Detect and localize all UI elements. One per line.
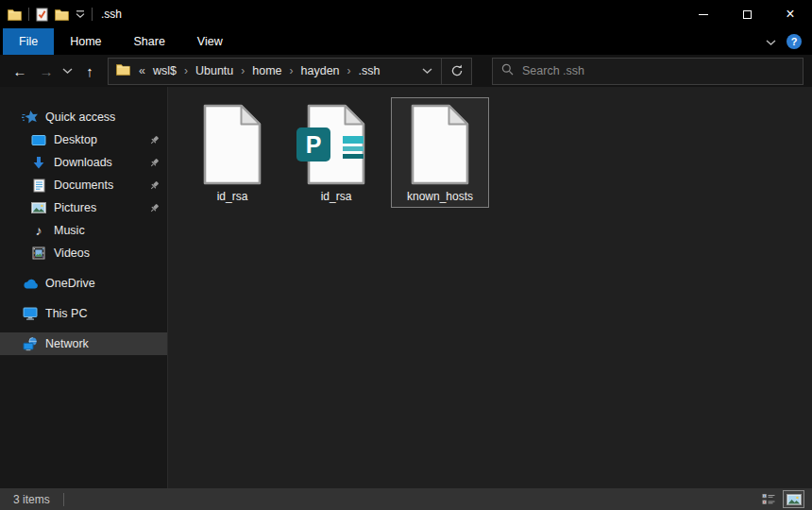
downloads-icon xyxy=(30,155,47,170)
tab-view[interactable]: View xyxy=(181,28,239,55)
sidebar-item-documents[interactable]: Documents xyxy=(0,174,167,196)
breadcrumb-overflow[interactable]: « xyxy=(139,64,145,77)
breadcrumb-segment-ssh[interactable]: .ssh xyxy=(359,64,381,77)
ribbon-tabs: FileHomeShareView xyxy=(0,28,239,55)
items-count: 3 items xyxy=(13,493,50,506)
document-icon xyxy=(411,104,469,185)
breadcrumb-segment-hayden[interactable]: hayden xyxy=(301,64,340,77)
breadcrumb-chevron-icon: › xyxy=(184,64,188,77)
network-icon xyxy=(22,336,39,351)
breadcrumb: wsl$ › Ubuntu › home › hayden › .ssh xyxy=(153,64,381,77)
tab-share[interactable]: Share xyxy=(118,28,181,55)
file-explorer-window: .ssh × FileHomeShareView ? ← → ↑ « wsl$ … xyxy=(0,0,812,510)
address-folder-icon xyxy=(116,63,130,78)
file-tile-id-rsa[interactable]: id_rsa xyxy=(183,97,281,208)
quick-access-toolbar: .ssh xyxy=(0,0,122,28)
breadcrumb-chevron-icon: › xyxy=(241,64,245,77)
minimize-icon xyxy=(699,14,708,15)
search-box[interactable] xyxy=(492,58,804,85)
desktop-icon xyxy=(30,132,47,147)
titlebar-separator xyxy=(92,8,93,21)
sidebar-item-desktop[interactable]: Desktop xyxy=(0,128,167,151)
pin-icon xyxy=(149,158,160,171)
up-button[interactable]: ↑ xyxy=(76,63,104,79)
sidebar-item-quick-access[interactable]: Quick access xyxy=(0,106,167,128)
new-folder-icon[interactable] xyxy=(55,8,69,21)
sidebar-item-network[interactable]: Network xyxy=(0,332,167,355)
forward-button[interactable]: → xyxy=(34,63,59,79)
titlebar-separator xyxy=(28,8,29,21)
music-icon: ♪ xyxy=(30,223,47,238)
address-bar[interactable]: « wsl$ › Ubuntu › home › hayden › .ssh xyxy=(108,58,472,85)
file-tile-id-rsa[interactable]: P id_rsa xyxy=(287,97,385,208)
tab-file[interactable]: File xyxy=(3,28,54,55)
breadcrumb-chevron-icon: › xyxy=(347,64,351,77)
sidebar-item-videos[interactable]: Videos xyxy=(0,242,167,264)
search-icon xyxy=(501,62,514,79)
status-bar: 3 items xyxy=(0,488,812,510)
ribbon-right-controls: ? xyxy=(766,28,812,55)
file-name: id_rsa xyxy=(217,190,248,203)
publisher-lines xyxy=(343,136,364,159)
tab-home[interactable]: Home xyxy=(54,28,117,55)
view-switcher xyxy=(758,490,804,508)
maximize-icon xyxy=(743,10,752,19)
breadcrumb-segment-ubuntu[interactable]: Ubuntu xyxy=(195,64,233,77)
titlebar: .ssh × xyxy=(0,0,812,28)
this-pc-icon xyxy=(22,306,39,321)
status-divider xyxy=(63,493,64,506)
app-folder-icon xyxy=(8,8,22,21)
sidebar-item-this-pc[interactable]: This PC xyxy=(0,302,167,325)
documents-icon xyxy=(30,178,47,193)
search-input[interactable] xyxy=(522,64,794,77)
large-icons-view-button[interactable] xyxy=(783,490,804,508)
sidebar-item-pictures[interactable]: Pictures xyxy=(0,196,167,219)
sidebar-item-downloads[interactable]: Downloads xyxy=(0,151,167,174)
onedrive-icon xyxy=(22,276,39,291)
properties-icon[interactable] xyxy=(36,8,48,22)
recent-locations-chevron-icon[interactable] xyxy=(59,68,76,75)
publisher-file-icon: P xyxy=(307,104,365,185)
quick-access-icon xyxy=(22,110,39,125)
videos-icon xyxy=(30,246,47,261)
sidebar-item-onedrive[interactable]: OneDrive xyxy=(0,272,167,295)
navigation-pane: Quick access Desktop Downloads Documents… xyxy=(0,87,168,488)
pin-icon xyxy=(149,180,160,194)
pictures-icon xyxy=(30,200,47,215)
close-icon: × xyxy=(786,7,794,22)
maximize-button[interactable] xyxy=(725,0,769,28)
explorer-body: Quick access Desktop Downloads Documents… xyxy=(0,87,812,488)
pin-icon xyxy=(149,135,160,148)
help-icon[interactable]: ? xyxy=(787,34,802,49)
refresh-icon[interactable] xyxy=(442,64,471,77)
breadcrumb-segment-home[interactable]: home xyxy=(252,64,281,77)
file-tile-known-hosts[interactable]: known_hosts xyxy=(391,97,489,208)
back-button[interactable]: ← xyxy=(6,63,34,79)
file-name: known_hosts xyxy=(407,190,473,203)
file-list: id_rsa P id_rsa known_hosts xyxy=(168,87,812,488)
publisher-badge: P xyxy=(296,128,330,162)
file-name: id_rsa xyxy=(321,190,352,203)
qat-customize-chevron-icon[interactable] xyxy=(76,10,85,19)
ribbon-expand-chevron-icon[interactable] xyxy=(766,33,776,50)
window-controls: × xyxy=(682,0,812,28)
navigation-bar: ← → ↑ « wsl$ › Ubuntu › home › hayden › … xyxy=(0,55,812,87)
details-view-button[interactable] xyxy=(758,490,780,508)
breadcrumb-segment-wsl[interactable]: wsl$ xyxy=(153,64,177,77)
breadcrumb-chevron-icon: › xyxy=(290,64,294,77)
window-title: .ssh xyxy=(101,8,122,21)
address-dropdown-chevron-icon[interactable] xyxy=(413,68,441,75)
document-icon xyxy=(203,104,262,185)
close-button[interactable]: × xyxy=(769,0,812,28)
sidebar-item-music[interactable]: ♪ Music xyxy=(0,219,167,242)
minimize-button[interactable] xyxy=(682,0,725,28)
pin-icon xyxy=(149,203,160,216)
ribbon-tab-bar: FileHomeShareView ? xyxy=(0,28,812,55)
